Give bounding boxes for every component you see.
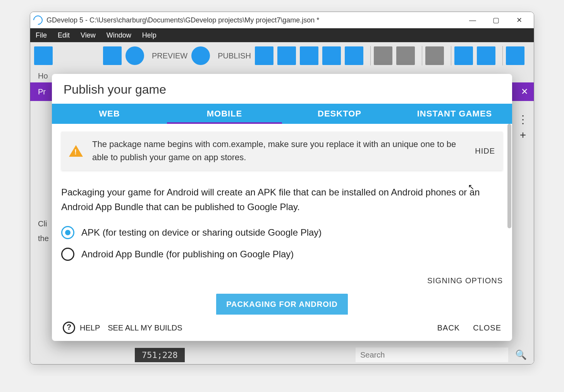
- app-icon: [31, 14, 45, 27]
- menu-file[interactable]: File: [30, 28, 52, 42]
- help-icon[interactable]: ?: [63, 322, 75, 334]
- wrench-icon[interactable]: [506, 46, 524, 65]
- coordinates: 751;228: [135, 348, 185, 362]
- tab-desktop[interactable]: DESKTOP: [282, 104, 397, 124]
- option-apk[interactable]: APK (for testing on device or sharing ou…: [61, 226, 503, 239]
- add-icon[interactable]: +: [515, 127, 531, 143]
- list-icon[interactable]: [322, 46, 341, 65]
- search-input[interactable]: [356, 347, 508, 362]
- help-button[interactable]: HELP: [80, 324, 100, 332]
- toolbar-separator: [502, 46, 503, 65]
- toolbar: PREVIEW PUBLISH: [30, 42, 534, 69]
- publish-dialog: Publish your game WEB MOBILE DESKTOP INS…: [52, 74, 512, 341]
- play-icon[interactable]: [126, 46, 144, 65]
- toolbar-separator: [451, 46, 451, 65]
- scrollbar[interactable]: [507, 124, 511, 228]
- scene-tab-partial: Pr: [38, 82, 46, 101]
- debug-icon[interactable]: [103, 46, 122, 65]
- toolbar-separator: [422, 46, 422, 65]
- dialog-body: The package name begins with com.example…: [52, 124, 512, 315]
- see-builds-button[interactable]: SEE ALL MY BUILDS: [108, 324, 182, 332]
- maximize-button[interactable]: ▢: [484, 16, 507, 24]
- menu-window[interactable]: Window: [101, 28, 137, 42]
- packaging-description: Packaging your game for Android will cre…: [61, 185, 503, 214]
- dialog-footer: ? HELP SEE ALL MY BUILDS BACK CLOSE: [52, 315, 512, 341]
- close-window-button[interactable]: ✕: [507, 16, 531, 24]
- hidden-text: Cli the: [38, 216, 49, 246]
- close-tab-icon[interactable]: ✕: [515, 82, 534, 101]
- warning-banner: The package name begins with com.example…: [61, 132, 503, 170]
- hide-button[interactable]: HIDE: [475, 147, 495, 156]
- more-icon[interactable]: ⋮: [515, 112, 531, 127]
- film-icon[interactable]: [425, 46, 444, 65]
- option-aab[interactable]: Android App Bundle (for publishing on Go…: [61, 248, 503, 261]
- title-bar: GDevelop 5 - C:\Users\charburg\Documents…: [30, 12, 534, 28]
- option-label: APK (for testing on device or sharing ou…: [81, 227, 322, 238]
- zoom-reset-icon[interactable]: [477, 46, 495, 65]
- toolbar-separator: [370, 46, 371, 65]
- menu-bar: File Edit View Window Help: [30, 28, 534, 42]
- menu-edit[interactable]: Edit: [52, 28, 75, 42]
- pencil-icon[interactable]: [300, 46, 318, 65]
- search-icon[interactable]: 🔍: [508, 349, 534, 360]
- signing-options-button[interactable]: SIGNING OPTIONS: [61, 276, 503, 285]
- preview-label[interactable]: PREVIEW: [152, 51, 187, 60]
- tab-instant-games[interactable]: INSTANT GAMES: [397, 104, 512, 124]
- cube-icon[interactable]: [255, 46, 273, 65]
- warning-icon: [69, 145, 83, 157]
- radio-icon[interactable]: [61, 226, 74, 239]
- tab-web[interactable]: WEB: [52, 104, 167, 124]
- project-icon[interactable]: [34, 46, 53, 65]
- menu-help[interactable]: Help: [137, 28, 162, 42]
- tab-mobile[interactable]: MOBILE: [167, 104, 282, 124]
- redo-icon[interactable]: [396, 46, 415, 65]
- package-android-button[interactable]: PACKAGING FOR ANDROID: [216, 294, 348, 315]
- dialog-title: Publish your game: [52, 74, 512, 104]
- app-window: GDevelop 5 - C:\Users\charburg\Documents…: [30, 12, 534, 365]
- publish-icon[interactable]: [191, 46, 210, 65]
- copy-icon[interactable]: [345, 46, 363, 65]
- menu-view[interactable]: View: [75, 28, 101, 42]
- side-buttons: ⋮ +: [515, 112, 531, 143]
- window-title: GDevelop 5 - C:\Users\charburg\Documents…: [46, 16, 461, 24]
- publish-tabs: WEB MOBILE DESKTOP INSTANT GAMES: [52, 104, 512, 124]
- cubes-icon[interactable]: [277, 46, 296, 65]
- option-label: Android App Bundle (for publishing on Go…: [81, 249, 294, 260]
- publish-label[interactable]: PUBLISH: [218, 51, 251, 60]
- radio-icon[interactable]: [61, 248, 74, 261]
- status-bar: 751;228 🔍: [30, 346, 534, 364]
- grid-icon[interactable]: [454, 46, 473, 65]
- close-button[interactable]: CLOSE: [473, 324, 501, 332]
- minimize-button[interactable]: —: [461, 16, 484, 24]
- undo-icon[interactable]: [374, 46, 392, 65]
- back-button[interactable]: BACK: [437, 324, 460, 332]
- warning-message: The package name begins with com.example…: [92, 138, 467, 164]
